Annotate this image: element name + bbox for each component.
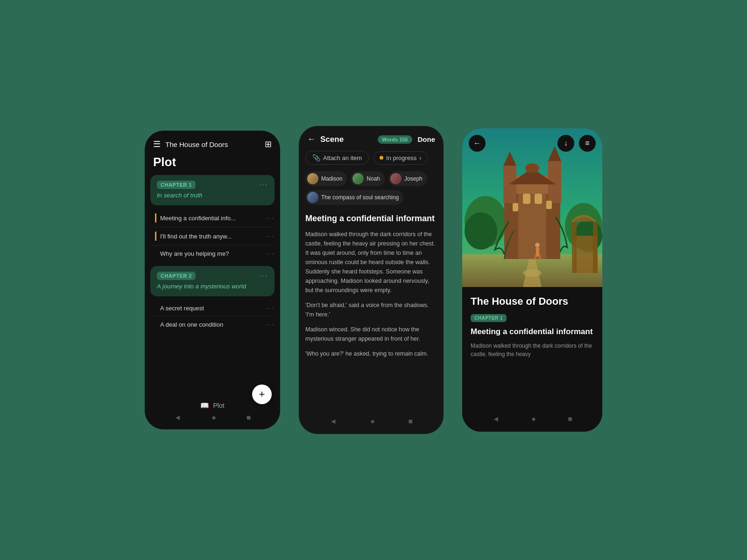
scene-2-dots[interactable]: ··· — [266, 232, 275, 240]
chapter-1-label: CHAPTER 1 ··· — [157, 181, 268, 189]
item-name-compass: The compass of soul searching — [321, 194, 399, 201]
p2-content: Meeting a confidential informant Madison… — [299, 210, 444, 413]
scene-1-left: Meeting a confidential info... — [155, 213, 236, 223]
p2-nav-back-icon[interactable]: ◄ — [330, 417, 337, 426]
scene-item-4[interactable]: A secret request ··· — [150, 300, 275, 316]
p3-chapter-tag: CHAPTER 1 — [471, 314, 507, 322]
scene-item-2[interactable]: I'll find out the truth anyw... ··· — [150, 227, 275, 245]
phone-1-plot: ☰ The House of Doors ⊞ Plot CHAPTER 1 ··… — [145, 131, 280, 429]
p2-header: ← Scene Words 156 Done — [299, 126, 444, 149]
p3-header-actions: ↓ ≡ — [557, 135, 596, 152]
plus-icon: + — [259, 388, 265, 400]
p2-scene-header-title: Scene — [320, 135, 344, 144]
p3-book-info: The House of Doors CHAPTER 1 Meeting a c… — [462, 287, 602, 410]
svg-rect-26 — [572, 222, 577, 273]
scene-item-3[interactable]: Why are you helping me? ··· — [150, 245, 275, 261]
scene-5-title: A deal on one condition — [160, 321, 223, 328]
p2-attach-label: Attach an item — [323, 154, 362, 161]
scene-item-1[interactable]: Meeting a confidential info... ··· — [150, 209, 275, 227]
p3-nav-home-icon[interactable]: ● — [531, 415, 536, 423]
nav-home-icon[interactable]: ● — [211, 413, 216, 422]
scene-4-dots[interactable]: ··· — [266, 304, 275, 312]
p2-nav-square-icon[interactable]: ■ — [409, 417, 413, 426]
p2-paragraph-1: Madison walked through the dark corridor… — [305, 230, 437, 295]
char-badge-noah[interactable]: Noah — [351, 171, 385, 186]
p2-paragraph-2: 'Don't be afraid,' said a voice from the… — [305, 301, 437, 319]
scene-1-bar — [155, 213, 156, 223]
phone-2-scene: ← Scene Words 156 Done 📎 Attach an item … — [299, 126, 444, 434]
chapter-1-block[interactable]: CHAPTER 1 ··· In search of truth — [150, 175, 275, 205]
compass-avatar — [307, 192, 318, 203]
p2-attach-button[interactable]: 📎 Attach an item — [305, 151, 369, 165]
menu-icon[interactable]: ☰ — [153, 139, 161, 149]
p3-back-button[interactable]: ← — [469, 135, 486, 152]
p2-paragraph-3: Madison winced. She did not notice how t… — [305, 325, 437, 343]
svg-rect-19 — [513, 203, 518, 211]
p1-nav-icons: ◄ ● ■ — [145, 413, 280, 422]
scene-3-title: Why are you helping me? — [160, 250, 229, 257]
p1-header: ☰ The House of Doors ⊞ — [145, 131, 280, 153]
scene-4-title: A secret request — [160, 305, 204, 312]
p2-characters: Madison Noah Joseph The compass of soul … — [299, 169, 444, 210]
noah-avatar — [352, 173, 364, 184]
p1-header-left: ☰ The House of Doors — [153, 139, 228, 149]
char-badge-joseph[interactable]: Joseph — [388, 171, 427, 186]
chapter-1-scenes: Meeting a confidential info... ··· I'll … — [150, 209, 275, 261]
p1-plot-title: Plot — [145, 153, 280, 175]
nav-square-icon[interactable]: ■ — [247, 413, 251, 422]
scene-1-title: Meeting a confidential info... — [160, 215, 236, 222]
svg-point-4 — [465, 212, 497, 250]
p3-menu-button[interactable]: ≡ — [579, 135, 596, 152]
p2-nav-home-icon[interactable]: ● — [370, 417, 375, 426]
p2-status-button[interactable]: In progress › — [374, 151, 427, 165]
paperclip-icon: 📎 — [312, 154, 320, 161]
chevron-right-icon: › — [419, 154, 421, 161]
chapter-2-scenes: A secret request ··· A deal on one condi… — [150, 300, 275, 332]
p3-nav-square-icon[interactable]: ■ — [568, 415, 572, 423]
p3-book-title: The House of Doors — [471, 295, 594, 308]
p3-back-icon: ← — [473, 139, 481, 147]
p3-bottom-nav: ◄ ● ■ — [462, 410, 602, 432]
p1-nav-plot-label: Plot — [213, 402, 224, 409]
chapter-2-label: CHAPTER 2 ··· — [157, 272, 268, 280]
p2-paragraph-4: 'Who you are?' he asked, trying to remai… — [305, 349, 437, 358]
p2-bottom-nav: ◄ ● ■ — [299, 413, 444, 434]
download-icon: ↓ — [564, 139, 568, 147]
svg-rect-21 — [536, 247, 539, 257]
scene-5-dots[interactable]: ··· — [266, 321, 275, 328]
p2-back-button[interactable]: ← — [307, 134, 316, 144]
chapter-2-subtitle: A journey into a mysterious world — [157, 283, 268, 290]
scene-1-dots[interactable]: ··· — [266, 214, 275, 222]
p2-status-label: In progress — [386, 154, 416, 161]
item-badge-compass[interactable]: The compass of soul searching — [305, 190, 403, 205]
chapter-2-dots[interactable]: ··· — [259, 272, 268, 280]
chapter-1-dots[interactable]: ··· — [259, 181, 268, 189]
scene-3-dots[interactable]: ··· — [266, 250, 275, 257]
svg-point-22 — [535, 243, 540, 247]
p3-preview-text: Madison walked through the dark corridor… — [471, 342, 594, 358]
p1-bottom-bar: 📖 Plot — [200, 401, 224, 410]
p1-content: CHAPTER 1 ··· In search of truth Meeting… — [145, 175, 280, 397]
p3-download-button[interactable]: ↓ — [557, 135, 574, 152]
char-badge-madison[interactable]: Madison — [305, 171, 347, 186]
p2-done-button[interactable]: Done — [418, 135, 436, 143]
p2-header-left: ← Scene — [307, 134, 344, 144]
glasses-icon[interactable]: ⊞ — [265, 139, 272, 149]
p3-nav-back-icon[interactable]: ◄ — [492, 415, 500, 423]
nav-back-icon[interactable]: ◄ — [174, 413, 181, 422]
p2-header-right: Words 156 Done — [378, 135, 435, 144]
chapter-1-subtitle: In search of truth — [157, 192, 268, 199]
joseph-name: Joseph — [404, 175, 423, 182]
scene-2-title: I'll find out the truth anyw... — [160, 233, 232, 240]
scene-item-5[interactable]: A deal on one condition ··· — [150, 316, 275, 332]
scene-3-left: Why are you helping me? — [155, 250, 229, 257]
svg-point-16 — [525, 163, 539, 173]
book-icon: 📖 — [200, 401, 209, 410]
screens-container: ☰ The House of Doors ⊞ Plot CHAPTER 1 ··… — [145, 126, 602, 434]
p3-header: ← ↓ ≡ — [462, 128, 602, 156]
p2-words-badge: Words 156 — [378, 135, 412, 144]
p2-toolbar: 📎 Attach an item In progress › — [299, 149, 444, 169]
p3-scene-title: Meeting a confidential informant — [471, 327, 594, 337]
add-fab-button[interactable]: + — [252, 385, 272, 404]
chapter-2-block[interactable]: CHAPTER 2 ··· A journey into a mysteriou… — [150, 266, 275, 296]
